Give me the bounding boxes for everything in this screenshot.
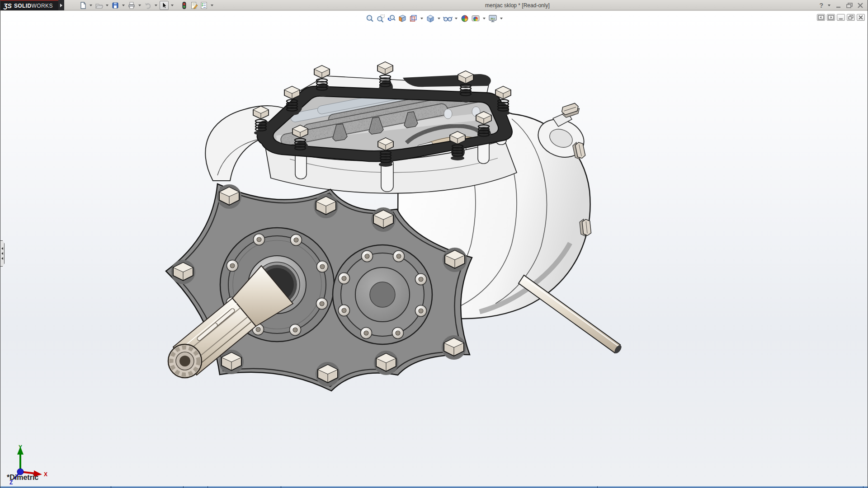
solidworks-window: ƷS SOLIDWORKS [0,0,868,488]
view-orientation-label: *Dimetric [7,474,38,482]
housing-bolt [579,219,591,237]
graphics-viewport[interactable]: Y X Z *Dimetric [0,11,868,486]
triad-x-label: X [44,471,47,478]
spline-shaft-tip [168,344,202,378]
output-shaft[interactable] [519,275,623,355]
right-bearing-cover[interactable] [333,245,432,344]
gearbox-3d-model[interactable] [0,0,868,488]
taskbar-edge-strip [0,486,868,488]
triad-y-label: Y [19,444,22,450]
